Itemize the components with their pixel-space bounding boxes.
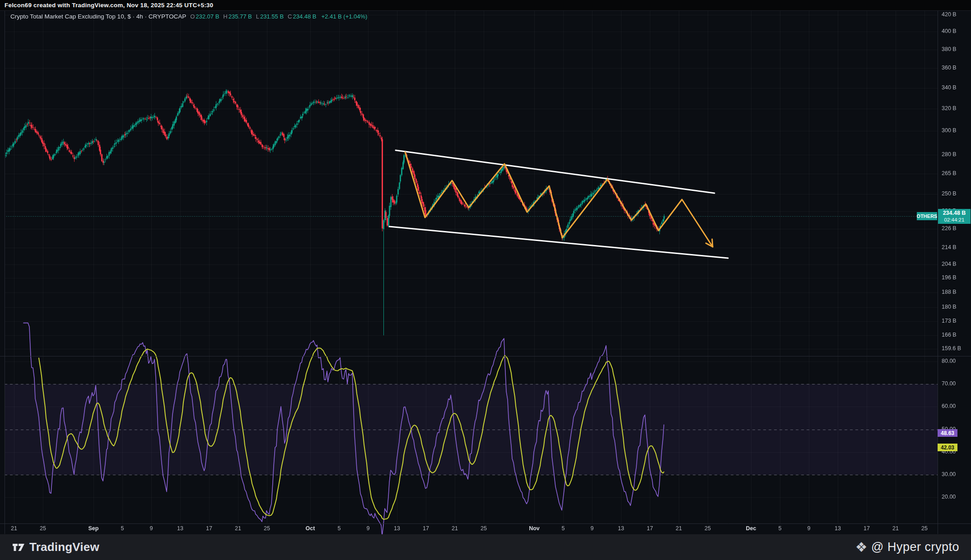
time-axis-label: 17 [647, 525, 653, 532]
ohlc-close: C234.48 B [288, 13, 316, 20]
tradingview-wordmark: TradingView [29, 540, 99, 554]
footer-bar: TradingView ❖ @ Hyper crypto [0, 534, 971, 560]
author-watermark: ❖ @ Hyper crypto [855, 540, 959, 554]
low-label: L [256, 13, 259, 20]
time-axis-label: 9 [367, 525, 370, 532]
close-value: 234.48 B [293, 13, 316, 20]
time-axis-label: Nov [529, 525, 540, 532]
time-axis-label: 13 [394, 525, 400, 532]
watermark-text: @ Hyper crypto [871, 540, 959, 554]
time-axis-label: 25 [40, 525, 46, 532]
time-axis-label: 5 [562, 525, 565, 532]
close-label: C [288, 13, 292, 20]
time-axis-label: 9 [591, 525, 594, 532]
time-axis-label: Dec [746, 525, 756, 532]
ohlc-high: H235.77 B [223, 13, 252, 20]
time-axis-label: 21 [676, 525, 682, 532]
price-axis-label: 340 B [942, 84, 957, 91]
rsi-value-label: 48.63 [938, 429, 957, 437]
high-value: 235.77 B [229, 13, 252, 20]
high-label: H [223, 13, 227, 20]
price-axis-label: 300 B [942, 127, 957, 134]
time-axis-label: 5 [338, 525, 341, 532]
current-price-value: 234.48 B [943, 210, 966, 217]
current-price-label: 234.48 B 02:44:21 [938, 209, 971, 224]
time-axis-label: 9 [808, 525, 811, 532]
rsi-axis-label: 30.00 [942, 471, 956, 477]
price-axis-label: 380 B [942, 46, 957, 52]
price-axis-label: 173 B [942, 318, 957, 324]
attribution-text: Felcon69 created with TradingView.com, N… [5, 2, 213, 9]
time-axis-label: 25 [264, 525, 270, 532]
time-axis-label: 13 [835, 525, 841, 532]
rsi-ma-value-text: 42.03 [941, 444, 954, 451]
others-tag-text: OTHERS [917, 213, 938, 219]
open-label: O [190, 13, 195, 20]
symbol-title: Crypto Total Market Cap Excluding Top 10… [10, 13, 186, 20]
price-axis-label: 159.6 B [942, 345, 961, 352]
time-axis-label: 25 [921, 525, 928, 532]
price-axis-label: 360 B [942, 65, 957, 71]
price-axis-label: 166 B [942, 332, 957, 338]
rsi-value-text: 48.63 [941, 430, 954, 436]
time-axis-label: 13 [177, 525, 183, 532]
low-value: 231.55 B [260, 13, 284, 20]
change-value: +2.41 B (+1.04%) [322, 13, 368, 20]
bar-countdown: 02:44:21 [944, 217, 965, 223]
price-axis-label: 204 B [942, 261, 957, 267]
ohlc-low: L231.55 B [256, 13, 284, 20]
price-axis-label: 280 B [942, 151, 957, 157]
time-axis-label: 17 [206, 525, 212, 532]
price-axis-label: 400 B [942, 28, 957, 34]
tradingview-snapshot: Felcon69 created with TradingView.com, N… [0, 0, 971, 560]
time-axis-label: 21 [452, 525, 458, 532]
price-axis-label: 320 B [942, 105, 957, 111]
time-axis-label: 13 [618, 525, 624, 532]
price-axis-label: 188 B [942, 289, 957, 295]
rsi-ma-value-label: 42.03 [938, 444, 957, 451]
price-chart-canvas[interactable] [0, 0, 971, 560]
tradingview-logo-icon [12, 541, 25, 554]
price-axis-label: 214 B [942, 244, 957, 250]
price-axis-label: 180 B [942, 304, 957, 310]
rsi-axis-label: 70.00 [942, 380, 956, 387]
rsi-axis-label: 80.00 [942, 358, 956, 364]
time-axis-label: 5 [121, 525, 124, 532]
time-axis-label: 17 [423, 525, 429, 532]
rsi-axis-label: 20.00 [942, 494, 956, 500]
ohlc-open: O232.07 B [190, 13, 219, 20]
time-axis-label: 5 [779, 525, 782, 532]
attribution-bar: Felcon69 created with TradingView.com, N… [0, 0, 971, 11]
price-axis-label: 226 B [942, 225, 957, 231]
time-axis-label: 25 [481, 525, 487, 532]
binance-diamond-icon: ❖ [855, 541, 868, 554]
open-value: 232.07 B [196, 13, 219, 20]
time-axis-label: 21 [11, 525, 17, 532]
time-axis-label: 17 [864, 525, 870, 532]
price-axis-label: 265 B [942, 170, 957, 176]
price-axis-label: 250 B [942, 190, 957, 197]
price-axis-label: 420 B [942, 11, 957, 18]
time-axis-label: Oct [306, 525, 315, 532]
symbol-legend[interactable]: Crypto Total Market Cap Excluding Top 10… [10, 13, 367, 20]
time-axis-label: 25 [705, 525, 711, 532]
time-axis-label: 21 [235, 525, 241, 532]
price-axis-label: 196 B [942, 274, 957, 281]
time-axis-label: Sep [89, 525, 99, 532]
tradingview-brand[interactable]: TradingView [12, 540, 99, 554]
rsi-axis-label: 60.00 [942, 403, 956, 409]
time-axis-label: 9 [150, 525, 153, 532]
time-axis-label: 21 [892, 525, 899, 532]
symbol-tag-others: OTHERS [917, 212, 937, 220]
